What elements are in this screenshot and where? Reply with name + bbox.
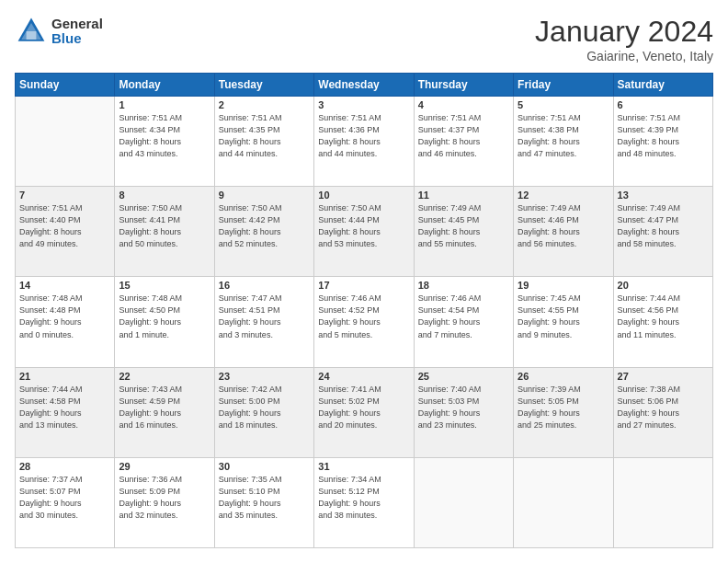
day-info: Sunrise: 7:50 AM Sunset: 4:44 PM Dayligh… [318, 202, 409, 250]
table-row: 12Sunrise: 7:49 AM Sunset: 4:46 PM Dayli… [514, 187, 613, 277]
calendar-table: Sunday Monday Tuesday Wednesday Thursday… [15, 73, 713, 548]
table-row: 31Sunrise: 7:34 AM Sunset: 5:12 PM Dayli… [314, 457, 414, 547]
table-row: 22Sunrise: 7:43 AM Sunset: 4:59 PM Dayli… [115, 367, 214, 457]
day-number: 14 [19, 280, 110, 291]
header: General Blue January 2024 Gaiarine, Vene… [15, 15, 713, 63]
day-info: Sunrise: 7:42 AM Sunset: 5:00 PM Dayligh… [219, 384, 310, 431]
logo-blue-text: Blue [51, 31, 103, 47]
day-info: Sunrise: 7:51 AM Sunset: 4:34 PM Dayligh… [119, 112, 210, 160]
calendar-week-row: 1Sunrise: 7:51 AM Sunset: 4:34 PM Daylig… [16, 97, 713, 187]
day-info: Sunrise: 7:40 AM Sunset: 5:03 PM Dayligh… [418, 384, 509, 431]
table-row [613, 457, 712, 547]
table-row: 18Sunrise: 7:46 AM Sunset: 4:54 PM Dayli… [414, 277, 513, 367]
calendar-header-row: Sunday Monday Tuesday Wednesday Thursday… [16, 74, 713, 97]
day-number: 27 [618, 371, 709, 382]
day-info: Sunrise: 7:41 AM Sunset: 5:02 PM Dayligh… [318, 384, 409, 431]
day-number: 1 [119, 99, 210, 110]
day-number: 16 [219, 280, 310, 291]
day-number: 22 [119, 371, 210, 382]
table-row: 15Sunrise: 7:48 AM Sunset: 4:50 PM Dayli… [115, 277, 214, 367]
table-row: 26Sunrise: 7:39 AM Sunset: 5:05 PM Dayli… [514, 367, 613, 457]
table-row: 11Sunrise: 7:49 AM Sunset: 4:45 PM Dayli… [414, 187, 513, 277]
day-number: 4 [418, 99, 509, 110]
day-info: Sunrise: 7:45 AM Sunset: 4:55 PM Dayligh… [518, 293, 609, 340]
day-info: Sunrise: 7:44 AM Sunset: 4:58 PM Dayligh… [19, 384, 110, 431]
svg-rect-2 [27, 31, 37, 40]
day-number: 2 [219, 99, 310, 110]
day-number: 21 [19, 371, 110, 382]
table-row: 23Sunrise: 7:42 AM Sunset: 5:00 PM Dayli… [214, 367, 313, 457]
table-row: 20Sunrise: 7:44 AM Sunset: 4:56 PM Dayli… [613, 277, 712, 367]
day-info: Sunrise: 7:37 AM Sunset: 5:07 PM Dayligh… [19, 474, 110, 522]
table-row: 17Sunrise: 7:46 AM Sunset: 4:52 PM Dayli… [314, 277, 414, 367]
table-row: 27Sunrise: 7:38 AM Sunset: 5:06 PM Dayli… [613, 367, 712, 457]
table-row: 4Sunrise: 7:51 AM Sunset: 4:37 PM Daylig… [414, 97, 513, 187]
day-info: Sunrise: 7:34 AM Sunset: 5:12 PM Dayligh… [318, 474, 409, 522]
day-number: 18 [418, 280, 509, 291]
day-number: 12 [518, 190, 609, 201]
day-info: Sunrise: 7:36 AM Sunset: 5:09 PM Dayligh… [119, 474, 210, 522]
day-info: Sunrise: 7:51 AM Sunset: 4:39 PM Dayligh… [618, 112, 709, 160]
day-number: 31 [318, 461, 409, 472]
day-info: Sunrise: 7:39 AM Sunset: 5:05 PM Dayligh… [518, 384, 609, 431]
col-monday: Monday [115, 74, 214, 97]
day-info: Sunrise: 7:49 AM Sunset: 4:47 PM Dayligh… [618, 202, 709, 250]
table-row: 7Sunrise: 7:51 AM Sunset: 4:40 PM Daylig… [16, 187, 115, 277]
logo-text: General Blue [51, 17, 103, 47]
title-area: January 2024 Gaiarine, Veneto, Italy [535, 15, 713, 63]
logo-icon [15, 15, 48, 48]
day-number: 20 [618, 280, 709, 291]
table-row: 14Sunrise: 7:48 AM Sunset: 4:48 PM Dayli… [16, 277, 115, 367]
day-info: Sunrise: 7:46 AM Sunset: 4:52 PM Dayligh… [318, 293, 409, 340]
logo-general-text: General [51, 17, 103, 32]
day-number: 29 [119, 461, 210, 472]
table-row [414, 457, 513, 547]
table-row: 13Sunrise: 7:49 AM Sunset: 4:47 PM Dayli… [613, 187, 712, 277]
calendar-week-row: 7Sunrise: 7:51 AM Sunset: 4:40 PM Daylig… [16, 187, 713, 277]
day-number: 17 [318, 280, 409, 291]
col-saturday: Saturday [613, 74, 712, 97]
day-info: Sunrise: 7:51 AM Sunset: 4:36 PM Dayligh… [318, 112, 409, 160]
day-number: 30 [219, 461, 310, 472]
day-number: 23 [219, 371, 310, 382]
table-row: 2Sunrise: 7:51 AM Sunset: 4:35 PM Daylig… [214, 97, 313, 187]
table-row [514, 457, 613, 547]
table-row [16, 97, 115, 187]
day-info: Sunrise: 7:43 AM Sunset: 4:59 PM Dayligh… [119, 384, 210, 431]
table-row: 24Sunrise: 7:41 AM Sunset: 5:02 PM Dayli… [314, 367, 414, 457]
day-number: 8 [119, 190, 210, 201]
day-info: Sunrise: 7:46 AM Sunset: 4:54 PM Dayligh… [418, 293, 509, 340]
table-row: 29Sunrise: 7:36 AM Sunset: 5:09 PM Dayli… [115, 457, 214, 547]
table-row: 21Sunrise: 7:44 AM Sunset: 4:58 PM Dayli… [16, 367, 115, 457]
calendar-week-row: 21Sunrise: 7:44 AM Sunset: 4:58 PM Dayli… [16, 367, 713, 457]
day-number: 10 [318, 190, 409, 201]
table-row: 9Sunrise: 7:50 AM Sunset: 4:42 PM Daylig… [214, 187, 313, 277]
table-row: 30Sunrise: 7:35 AM Sunset: 5:10 PM Dayli… [214, 457, 313, 547]
table-row: 19Sunrise: 7:45 AM Sunset: 4:55 PM Dayli… [514, 277, 613, 367]
day-number: 3 [318, 99, 409, 110]
table-row: 28Sunrise: 7:37 AM Sunset: 5:07 PM Dayli… [16, 457, 115, 547]
table-row: 1Sunrise: 7:51 AM Sunset: 4:34 PM Daylig… [115, 97, 214, 187]
day-number: 26 [518, 371, 609, 382]
day-number: 9 [219, 190, 310, 201]
month-title: January 2024 [535, 15, 713, 49]
day-number: 28 [19, 461, 110, 472]
table-row: 3Sunrise: 7:51 AM Sunset: 4:36 PM Daylig… [314, 97, 414, 187]
day-info: Sunrise: 7:51 AM Sunset: 4:40 PM Dayligh… [19, 202, 110, 250]
table-row: 10Sunrise: 7:50 AM Sunset: 4:44 PM Dayli… [314, 187, 414, 277]
day-info: Sunrise: 7:51 AM Sunset: 4:35 PM Dayligh… [219, 112, 310, 160]
day-info: Sunrise: 7:38 AM Sunset: 5:06 PM Dayligh… [618, 384, 709, 431]
day-number: 25 [418, 371, 509, 382]
day-info: Sunrise: 7:48 AM Sunset: 4:48 PM Dayligh… [19, 293, 110, 340]
calendar-week-row: 28Sunrise: 7:37 AM Sunset: 5:07 PM Dayli… [16, 457, 713, 547]
col-wednesday: Wednesday [314, 74, 414, 97]
day-info: Sunrise: 7:49 AM Sunset: 4:46 PM Dayligh… [518, 202, 609, 250]
day-info: Sunrise: 7:44 AM Sunset: 4:56 PM Dayligh… [618, 293, 709, 340]
col-tuesday: Tuesday [214, 74, 313, 97]
col-sunday: Sunday [16, 74, 115, 97]
table-row: 5Sunrise: 7:51 AM Sunset: 4:38 PM Daylig… [514, 97, 613, 187]
table-row: 6Sunrise: 7:51 AM Sunset: 4:39 PM Daylig… [613, 97, 712, 187]
logo: General Blue [15, 15, 103, 48]
day-info: Sunrise: 7:35 AM Sunset: 5:10 PM Dayligh… [219, 474, 310, 522]
day-number: 7 [19, 190, 110, 201]
